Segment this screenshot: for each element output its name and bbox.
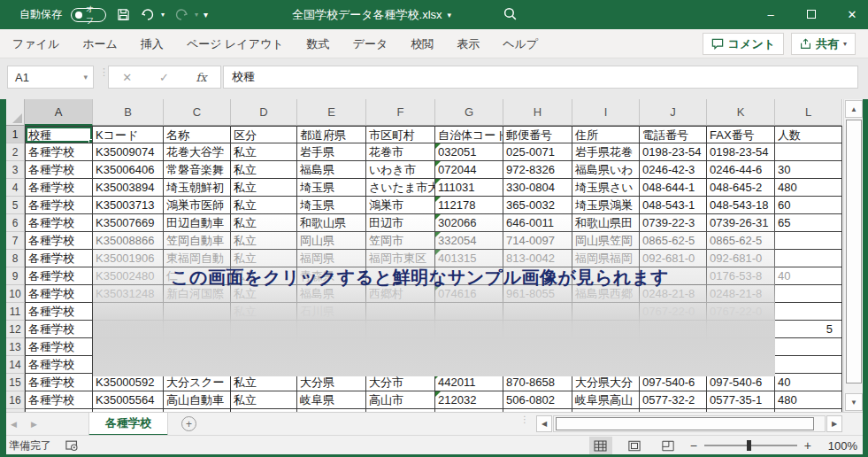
cell-E12[interactable] xyxy=(297,321,366,338)
cell-K5[interactable]: 048-543-18 xyxy=(707,197,775,214)
cell-H2[interactable]: 025-0071 xyxy=(503,143,572,161)
column-header-L[interactable]: L xyxy=(775,99,842,126)
cell-E6[interactable]: 和歌山県 xyxy=(297,214,366,232)
formula-input[interactable]: 校種 xyxy=(223,66,858,89)
cell-L16[interactable]: 480 xyxy=(775,391,842,409)
cell-A14[interactable]: 各種学校 xyxy=(25,356,93,374)
cell-F3[interactable]: いわき市 xyxy=(366,161,435,179)
cell-I1[interactable]: 住所 xyxy=(572,126,640,143)
cell-A4[interactable]: 各種学校 xyxy=(25,179,93,197)
cell-E5[interactable]: 埼玉県 xyxy=(297,197,366,214)
cell-G1[interactable]: 自治体コード xyxy=(435,126,503,143)
row-header-14[interactable]: 14 xyxy=(6,356,25,374)
cell-G8[interactable]: 401315 xyxy=(435,250,503,267)
cell-B4[interactable]: K35003894 xyxy=(93,179,164,197)
cell-K16[interactable]: 0577-35-1 xyxy=(707,391,775,409)
cell-B16[interactable]: K35005564 xyxy=(93,391,164,409)
minimize-button[interactable]: – xyxy=(762,8,780,21)
cell-C15[interactable]: 大分スクー xyxy=(164,374,231,391)
cell-E3[interactable]: 福島県 xyxy=(297,161,366,179)
ribbon-tab-4[interactable]: 数式 xyxy=(307,36,330,52)
cell-B14[interactable] xyxy=(93,356,164,374)
cell-J12[interactable] xyxy=(640,321,707,338)
cell-G11[interactable] xyxy=(435,303,503,321)
row-header-8[interactable]: 8 xyxy=(6,250,25,267)
cell-D15[interactable]: 私立 xyxy=(231,374,297,391)
cell-H7[interactable]: 714-0097 xyxy=(503,232,572,250)
cell-L5[interactable]: 60 xyxy=(775,197,842,214)
cancel-icon[interactable]: ✕ xyxy=(122,71,132,84)
cell-L6[interactable]: 65 xyxy=(775,214,842,232)
sheet-next-icon[interactable]: ▶ xyxy=(31,420,37,429)
cell-D16[interactable]: 私立 xyxy=(231,391,297,409)
scroll-left-icon[interactable]: ◀ xyxy=(536,415,552,432)
cell-B15[interactable]: K35000592 xyxy=(93,374,164,391)
cell-J11[interactable]: 0767-22-0 xyxy=(640,303,707,321)
cell-G7[interactable]: 332054 xyxy=(435,232,503,250)
row-header-7[interactable]: 7 xyxy=(6,232,25,250)
cell-D12[interactable] xyxy=(231,321,297,338)
cell-K11[interactable]: 0767-22-0 xyxy=(707,303,775,321)
ribbon-tab-5[interactable]: データ xyxy=(353,36,388,52)
cell-B8[interactable]: K35001906 xyxy=(93,250,164,267)
cell-E4[interactable]: 埼玉県 xyxy=(297,179,366,197)
column-header-A[interactable]: A xyxy=(25,99,93,126)
cell-C3[interactable]: 常磐音楽舞 xyxy=(164,161,231,179)
row-header-12[interactable]: 12 xyxy=(6,321,25,338)
cell-I11[interactable] xyxy=(572,303,640,321)
cell-F11[interactable] xyxy=(366,303,435,321)
cell-A13[interactable]: 各種学校 xyxy=(25,338,93,356)
row-header-15[interactable]: 15 xyxy=(6,374,25,391)
insert-function-icon[interactable]: fx xyxy=(196,71,206,84)
cell-K7[interactable]: 0865-62-5 xyxy=(707,232,775,250)
new-sheet-icon[interactable]: + xyxy=(181,416,196,431)
cell-J3[interactable]: 0246-42-3 xyxy=(640,161,707,179)
cell-L14[interactable] xyxy=(775,356,842,374)
cell-A1[interactable]: 校種 xyxy=(25,126,93,143)
undo-dropdown-icon[interactable]: ▾ xyxy=(161,11,165,19)
cell-D7[interactable]: 私立 xyxy=(231,232,297,250)
cell-B11[interactable] xyxy=(93,303,164,321)
cell-B5[interactable]: K35003713 xyxy=(93,197,164,214)
cell-K8[interactable]: 092-681-0 xyxy=(707,250,775,267)
cell-F16[interactable]: 高山市 xyxy=(366,391,435,409)
row-header-16[interactable]: 16 xyxy=(6,391,25,409)
cell-I8[interactable]: 福岡県福岡 xyxy=(572,250,640,267)
cell-L15[interactable]: 40 xyxy=(775,374,842,391)
cell-G14[interactable] xyxy=(435,356,503,374)
cell-A3[interactable]: 各種学校 xyxy=(25,161,93,179)
cell-F1[interactable]: 市区町村 xyxy=(366,126,435,143)
cell-C11[interactable] xyxy=(164,303,231,321)
cell-F5[interactable]: 鴻巣市 xyxy=(366,197,435,214)
close-button[interactable]: ✕ xyxy=(843,8,861,21)
row-header-4[interactable]: 4 xyxy=(6,179,25,197)
cell-G4[interactable]: 111031 xyxy=(435,179,503,197)
cell-I12[interactable] xyxy=(572,321,640,338)
cell-L12-value[interactable]: 5 xyxy=(757,321,840,338)
cell-G2[interactable]: 032051 xyxy=(435,143,503,161)
row-header-6[interactable]: 6 xyxy=(6,214,25,232)
column-header-D[interactable]: D xyxy=(231,99,297,126)
cell-E16[interactable]: 岐阜県 xyxy=(297,391,366,409)
cell-I2[interactable]: 岩手県花巻 xyxy=(572,143,640,161)
horizontal-scroll-thumb[interactable] xyxy=(556,417,814,430)
cell-E7[interactable]: 岡山県 xyxy=(297,232,366,250)
row-header-1[interactable]: 1 xyxy=(6,126,25,143)
cell-F2[interactable]: 花巻市 xyxy=(366,143,435,161)
cell-E15[interactable]: 大分県 xyxy=(297,374,366,391)
cell-A10[interactable]: 各種学校 xyxy=(25,285,93,303)
cell-C6[interactable]: 田辺自動車 xyxy=(164,214,231,232)
cell-A6[interactable]: 各種学校 xyxy=(25,214,93,232)
undo-icon[interactable] xyxy=(140,7,156,23)
scroll-down-icon[interactable]: ▼ xyxy=(845,393,863,411)
cell-H3[interactable]: 972-8326 xyxy=(503,161,572,179)
quick-access-customize-icon[interactable]: ▾ xyxy=(204,10,208,19)
horizontal-scroll-track[interactable] xyxy=(553,415,826,432)
cell-A2[interactable]: 各種学校 xyxy=(25,143,93,161)
autosave-toggle[interactable]: オフ xyxy=(71,8,106,22)
row-header-5[interactable]: 5 xyxy=(6,197,25,214)
cell-I13[interactable] xyxy=(572,338,640,356)
document-title[interactable]: 全国学校データ各種学校.xlsx▾ xyxy=(292,0,451,29)
cell-H5[interactable]: 365-0032 xyxy=(503,197,572,214)
cell-H12[interactable] xyxy=(503,321,572,338)
